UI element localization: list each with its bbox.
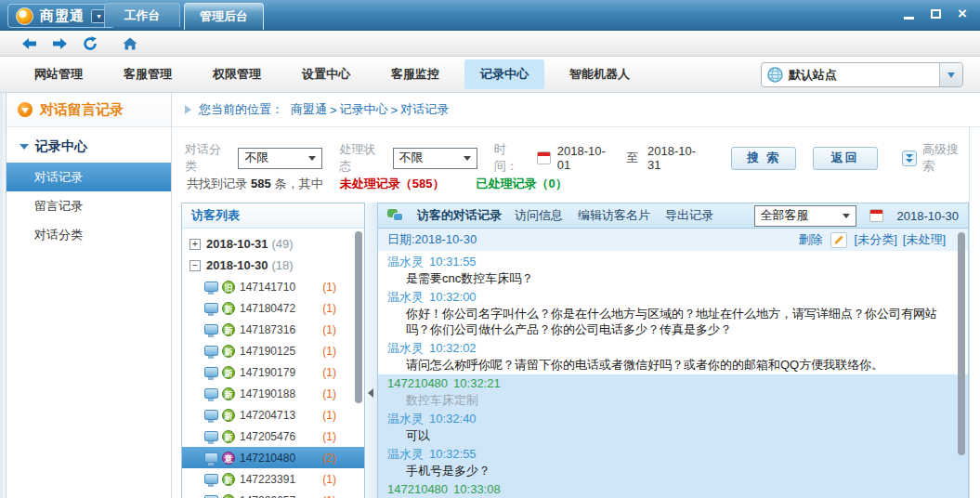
breadcrumb-link[interactable]: 记录中心 bbox=[340, 101, 388, 118]
tree-expander-icon[interactable]: + bbox=[189, 239, 201, 250]
chat-scrollbar[interactable] bbox=[958, 232, 965, 455]
status-select[interactable]: 不限 bbox=[393, 148, 477, 169]
visitor-row[interactable]: 新147226657(1) bbox=[182, 490, 364, 498]
return-button[interactable]: 返回 bbox=[813, 147, 878, 170]
back-icon[interactable] bbox=[20, 36, 37, 51]
visitor-row[interactable]: 新147190125(1) bbox=[182, 340, 364, 361]
group-count: (18) bbox=[272, 258, 294, 272]
menu-item[interactable]: 客服管理 bbox=[108, 59, 188, 89]
window-controls: × bbox=[904, 8, 967, 20]
monitor-icon bbox=[204, 324, 218, 334]
app-logo-icon bbox=[16, 7, 33, 25]
agent-select[interactable]: 全部客服 bbox=[754, 205, 856, 227]
workspace-tabs: 工作台管理后台 bbox=[104, 3, 264, 30]
tab-active[interactable]: 管理后台 bbox=[184, 3, 264, 30]
site-selector-dropdown-icon[interactable] bbox=[939, 63, 962, 86]
message-sender: 147210480 bbox=[387, 376, 448, 390]
visitor-id: 147180472 bbox=[240, 302, 295, 315]
sidebar-item[interactable]: 对话记录 bbox=[7, 163, 171, 191]
record-tag-link[interactable]: [未分类] bbox=[855, 231, 897, 248]
visitor-group-row[interactable]: −2018-10-30(18) bbox=[182, 255, 364, 276]
search-button[interactable]: 搜 索 bbox=[731, 147, 796, 170]
monitor-icon bbox=[204, 303, 218, 313]
chat-header-link[interactable]: 导出记录 bbox=[665, 207, 713, 224]
date-from[interactable]: 2018-10-01 bbox=[557, 144, 617, 172]
visitor-row[interactable]: 新147187316(1) bbox=[182, 319, 364, 340]
visitor-id: 147141710 bbox=[240, 281, 295, 294]
visitor-group-row[interactable]: +2018-10-31(49) bbox=[182, 233, 364, 255]
visitor-badge-new: 新 bbox=[222, 302, 235, 315]
chat-panel-header: 访客的对话记录 访问信息编辑访客名片导出记录 全部客服 2018-10-30 bbox=[378, 203, 968, 229]
menu-item[interactable]: 设置中心 bbox=[286, 59, 366, 89]
breadcrumb-link[interactable]: 商盟通 bbox=[291, 101, 327, 118]
record-section-icon bbox=[18, 102, 33, 117]
record-tag-link[interactable]: [未处理] bbox=[903, 231, 946, 248]
chat-header-link[interactable]: 访问信息 bbox=[515, 207, 563, 224]
panel-divider[interactable] bbox=[365, 203, 377, 498]
visitor-badge-new: 新 bbox=[222, 430, 235, 443]
visitor-row[interactable]: 旧147141710(1) bbox=[182, 276, 364, 297]
visitor-row[interactable]: 新147205476(1) bbox=[182, 426, 364, 447]
menu-item[interactable]: 智能机器人 bbox=[554, 59, 646, 89]
stats-row: 共找到记录585条，其中未处理记录（585）已处理记录（0） bbox=[187, 176, 568, 192]
sidebar-item[interactable]: 对话分类 bbox=[7, 220, 171, 249]
chat-date-row-actions: 删除 [未分类][未处理] bbox=[799, 231, 959, 248]
sidebar-group-record-center[interactable]: 记录中心 bbox=[7, 127, 171, 163]
sidebar-header-label: 对话留言记录 bbox=[40, 101, 124, 119]
chat-transcript: 日期:2018-10-30 删除 [未分类][未处理] 温水灵10:31:55是… bbox=[378, 229, 968, 498]
visitor-row[interactable]: 新147204713(1) bbox=[182, 404, 364, 426]
visitor-row[interactable]: 新147180472(1) bbox=[182, 297, 364, 319]
visitor-count: (1) bbox=[322, 409, 336, 422]
message-sender: 温水灵 bbox=[387, 447, 424, 461]
visitor-row[interactable]: 新147223391(1) bbox=[182, 468, 364, 490]
visitor-list-header: 访客列表 bbox=[182, 203, 364, 229]
tab-inactive[interactable]: 工作台 bbox=[104, 3, 180, 27]
sidebar-item[interactable]: 留言记录 bbox=[7, 191, 171, 220]
app-logo-box[interactable]: 商盟通 ▼ bbox=[7, 4, 115, 28]
maximize-button[interactable] bbox=[931, 9, 941, 19]
chevron-down-icon bbox=[843, 214, 850, 218]
menu-item[interactable]: 权限管理 bbox=[197, 59, 277, 89]
sidebar-header: 对话留言记录 bbox=[7, 93, 171, 127]
site-selector[interactable]: 默认站点 bbox=[761, 62, 963, 87]
visitor-row[interactable]: 意147210480(2) bbox=[182, 447, 364, 468]
close-button[interactable]: × bbox=[958, 8, 967, 20]
edit-pencil-icon[interactable] bbox=[830, 232, 847, 248]
calendar-icon[interactable] bbox=[869, 209, 883, 222]
home-icon[interactable] bbox=[122, 36, 138, 51]
group-count: (49) bbox=[272, 237, 294, 251]
visitor-count: (1) bbox=[322, 387, 336, 400]
visitor-count: (1) bbox=[322, 473, 336, 486]
visitor-badge-new: 新 bbox=[222, 366, 235, 379]
visitor-row[interactable]: 新147190179(1) bbox=[182, 361, 364, 383]
chevron-down-icon bbox=[308, 156, 316, 161]
menu-item[interactable]: 记录中心 bbox=[464, 59, 544, 89]
chat-messages: 温水灵10:31:55是需要cnc数控车床吗？温水灵10:32:00你好！你公司… bbox=[378, 251, 968, 498]
tree-expander-icon[interactable]: − bbox=[189, 260, 201, 271]
visitor-count: (1) bbox=[322, 494, 336, 498]
breadcrumb: 您当前的位置： 商盟通>记录中心>对话记录 bbox=[172, 93, 980, 127]
message-time: 10:31:55 bbox=[429, 255, 477, 269]
chat-date[interactable]: 2018-10-30 bbox=[897, 209, 960, 223]
visitor-list-scrollbar[interactable] bbox=[355, 231, 362, 403]
minimize-button[interactable] bbox=[904, 17, 914, 20]
chat-header-link[interactable]: 编辑访客名片 bbox=[578, 207, 650, 224]
menu-item[interactable]: 网站管理 bbox=[19, 59, 98, 89]
breadcrumb-link[interactable]: 对话记录 bbox=[400, 101, 449, 118]
visitor-count: (1) bbox=[322, 430, 336, 443]
advanced-search[interactable]: 高级搜索 bbox=[902, 141, 969, 175]
forward-icon[interactable] bbox=[51, 36, 68, 51]
group-date: 2018-10-30 bbox=[206, 258, 268, 272]
category-select[interactable]: 不限 bbox=[238, 148, 322, 169]
delete-link[interactable]: 删除 bbox=[799, 231, 823, 248]
date-to[interactable]: 2018-10-31 bbox=[647, 144, 707, 172]
visitor-row[interactable]: 新147190188(1) bbox=[182, 383, 364, 404]
calendar-icon[interactable] bbox=[537, 151, 551, 164]
refresh-icon[interactable] bbox=[82, 36, 98, 51]
menu-items: 网站管理客服管理权限管理设置中心客服监控记录中心智能机器人 bbox=[19, 59, 655, 89]
menu-item[interactable]: 客服监控 bbox=[375, 59, 455, 89]
unprocessed-records-link[interactable]: 未处理记录（585） bbox=[340, 177, 445, 190]
status-select-value: 不限 bbox=[399, 150, 424, 166]
processed-records-link[interactable]: 已处理记录（0） bbox=[476, 177, 567, 190]
collapse-left-icon[interactable] bbox=[368, 388, 373, 398]
